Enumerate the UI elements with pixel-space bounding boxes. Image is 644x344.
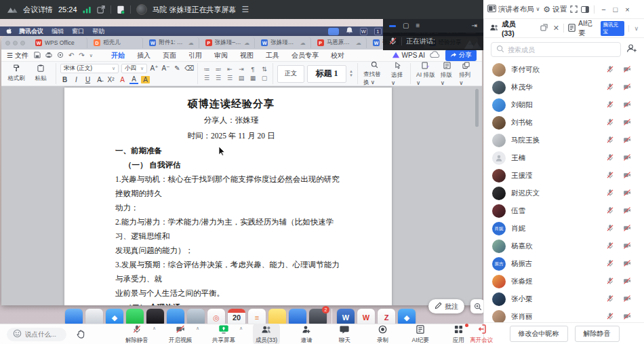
dock-system-settings-icon[interactable] bbox=[187, 309, 205, 324]
member-row[interactable]: 林茂华 bbox=[484, 79, 644, 96]
dock-zotero-icon[interactable]: Z bbox=[378, 309, 395, 324]
member-row[interactable]: 张淼煜 bbox=[484, 273, 644, 290]
superscript-button[interactable]: X² bbox=[106, 76, 115, 83]
dock-quark-icon[interactable]: ◆ bbox=[398, 309, 416, 324]
font-family-select[interactable]: 宋体 (正文)∨ bbox=[60, 64, 119, 73]
style-heading1[interactable]: 标题 1 bbox=[307, 65, 346, 83]
dock-mail-icon[interactable] bbox=[167, 309, 184, 324]
camera-off-icon[interactable] bbox=[623, 152, 631, 164]
camera-off-icon[interactable] bbox=[623, 170, 631, 182]
mic-muted-icon[interactable] bbox=[606, 64, 614, 76]
vertical-scrollbar[interactable] bbox=[475, 89, 479, 127]
settings-button[interactable]: ⚙ 设置 bbox=[543, 5, 567, 14]
notification-bell-icon[interactable] bbox=[346, 26, 353, 36]
bold-button[interactable]: B bbox=[60, 76, 69, 83]
underline-button[interactable]: U bbox=[83, 76, 92, 83]
dock-app-badged-icon[interactable]: 2 bbox=[309, 309, 327, 324]
indent-icon[interactable]: ⇥ bbox=[237, 66, 245, 73]
mic-muted-icon[interactable] bbox=[606, 170, 614, 182]
mic-muted-icon[interactable] bbox=[606, 81, 614, 94]
tab-ai-notes[interactable]: AI纪要 腾讯元宝 bbox=[568, 19, 624, 38]
print-icon[interactable] bbox=[45, 52, 52, 60]
camera-off-icon[interactable] bbox=[623, 275, 631, 288]
document-page[interactable]: 硕博连读经验分享分享人：张姝瑾时间：2025 年 11 月 20 日一、前期准备… bbox=[64, 88, 392, 305]
wps-window-tab-2[interactable]: W附件1: 西北☁ bbox=[144, 37, 199, 48]
dock-safari-icon[interactable]: ◆ bbox=[106, 309, 123, 324]
camera-off-icon[interactable] bbox=[623, 240, 631, 252]
camera-off-icon[interactable] bbox=[623, 99, 631, 111]
tab-members[interactable]: 成员(33) bbox=[489, 20, 527, 37]
dock-qq-icon[interactable] bbox=[146, 309, 164, 324]
wps-window-tab-3[interactable]: P张姝瑾–6101☁ bbox=[201, 37, 255, 48]
undo-icon[interactable]: ↶ bbox=[68, 52, 74, 59]
outdent-icon[interactable]: ⇤ bbox=[225, 66, 234, 73]
control-invite-button[interactable]: 邀请 bbox=[295, 324, 318, 344]
annotate-button[interactable]: 批注 bbox=[428, 299, 464, 313]
wps-window-tab-5[interactable]: P马恩原著中☁ bbox=[313, 37, 367, 48]
layout-button[interactable]: 排版 ∨ bbox=[439, 62, 456, 86]
dock-xcode-icon[interactable] bbox=[289, 309, 306, 324]
ribbon-tab-3[interactable]: 引用 bbox=[182, 50, 208, 61]
mic-muted-icon[interactable] bbox=[606, 187, 614, 199]
bullet-list-icon[interactable]: ≔ bbox=[202, 66, 211, 73]
apple-menu-icon[interactable] bbox=[5, 27, 12, 36]
control-members-button[interactable]: 成员(33) bbox=[253, 324, 280, 344]
member-row[interactable]: 杨嘉欣 bbox=[484, 237, 644, 255]
control-mic-muted-button[interactable]: 解除静音∧ bbox=[123, 324, 151, 344]
camera-off-icon[interactable] bbox=[623, 134, 631, 147]
arrange-button[interactable]: 排列 ∨ bbox=[458, 62, 474, 86]
document-canvas[interactable]: 硕博连读经验分享分享人：张姝瑾时间：2025 年 11 月 20 日一、前期准备… bbox=[1, 86, 482, 305]
ribbon-tab-5[interactable]: 视图 bbox=[234, 50, 260, 61]
mic-muted-icon[interactable] bbox=[606, 117, 614, 129]
camera-off-icon[interactable] bbox=[623, 64, 631, 76]
mic-muted-icon[interactable] bbox=[606, 311, 614, 322]
format-painter-button[interactable]: 格式刷 bbox=[5, 64, 27, 83]
member-row[interactable]: 肖妮肖妮 bbox=[484, 220, 644, 237]
add-member-icon[interactable] bbox=[626, 43, 637, 56]
text-effects-icon[interactable]: ✎ bbox=[173, 64, 182, 72]
underline-color-button[interactable]: A bbox=[129, 75, 138, 84]
member-row[interactable]: 振吉杨振吉 bbox=[484, 255, 644, 273]
file-menu-button[interactable]: ☰ 文件 bbox=[7, 51, 28, 60]
close-panel-icon[interactable]: ✕ bbox=[553, 24, 559, 33]
maximize-button[interactable]: □ bbox=[611, 5, 620, 14]
dock-wechat-icon[interactable] bbox=[126, 309, 144, 324]
chevron-up-icon[interactable]: ∧ bbox=[153, 326, 156, 331]
chevron-up-icon[interactable]: ∧ bbox=[196, 326, 199, 331]
panel-minimize-icon[interactable] bbox=[389, 25, 396, 27]
save-icon[interactable] bbox=[34, 52, 41, 60]
control-apps-button[interactable]: 应用 bbox=[447, 324, 470, 344]
member-row[interactable]: 王援滢 bbox=[484, 167, 644, 185]
ribbon-tab-1[interactable]: 插入 bbox=[131, 50, 157, 61]
dock-photos-icon[interactable]: ◎ bbox=[207, 309, 225, 324]
align-justify-icon[interactable]: ▤ bbox=[237, 75, 245, 81]
chevron-up-icon[interactable]: ∧ bbox=[239, 326, 243, 331]
mic-muted-icon[interactable] bbox=[606, 134, 614, 147]
panel-collapse-caret[interactable]: ∨ bbox=[628, 25, 639, 32]
camera-off-icon[interactable] bbox=[623, 258, 631, 270]
member-row[interactable]: 张小栗 bbox=[484, 290, 644, 308]
input-source-icon[interactable] bbox=[328, 28, 339, 35]
strikethrough-button[interactable]: A̶ bbox=[95, 76, 104, 83]
member-search-box[interactable] bbox=[491, 42, 621, 57]
dock-word-icon[interactable]: W bbox=[337, 309, 355, 324]
wps-window-tab-1[interactable]: D稻壳儿 bbox=[89, 37, 143, 48]
align-left-icon[interactable]: ☰ bbox=[202, 75, 211, 81]
mic-muted-icon[interactable] bbox=[606, 205, 614, 217]
ai-layout-button[interactable]: AI 排版 ∨ bbox=[415, 62, 437, 86]
paste-button[interactable]: 粘贴 bbox=[30, 64, 52, 83]
wps-ai-button[interactable]: WPS AI bbox=[392, 52, 425, 59]
panel-list-icon[interactable]: ≡ bbox=[416, 22, 420, 29]
control-chat-button[interactable]: 聊天 bbox=[333, 324, 356, 344]
shared-doc-icon[interactable] bbox=[117, 5, 125, 14]
decrease-font-icon[interactable]: A⁻ bbox=[161, 64, 170, 72]
magnifier-button[interactable] bbox=[470, 299, 483, 313]
mic-muted-icon[interactable] bbox=[606, 275, 614, 288]
clear-format-icon[interactable]: ⌫ bbox=[184, 64, 193, 72]
border-icon[interactable]: ▢ bbox=[260, 75, 268, 81]
redo-icon[interactable]: ↷ bbox=[79, 52, 84, 59]
style-gallery-stepper[interactable]: ▲▼ bbox=[349, 70, 353, 77]
find-replace-button[interactable]: 查找替换 ∨ bbox=[362, 61, 387, 87]
increase-font-icon[interactable]: A⁺ bbox=[150, 64, 159, 72]
camera-off-icon[interactable] bbox=[623, 81, 631, 94]
